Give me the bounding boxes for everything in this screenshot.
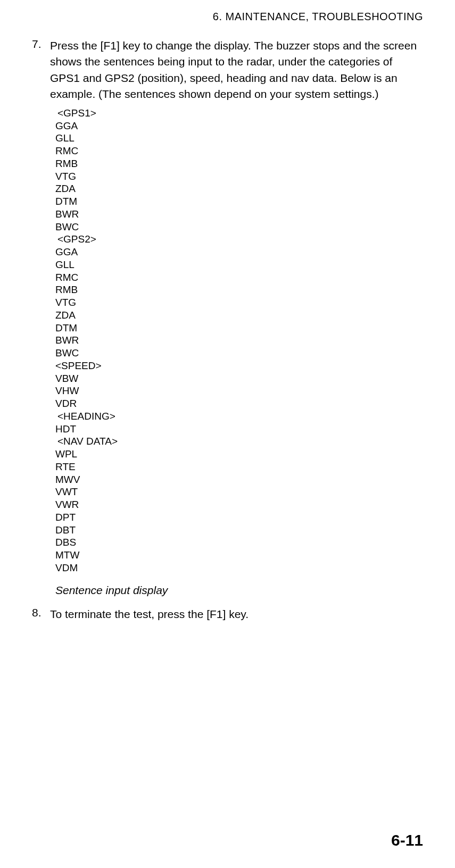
sentence-line: RTE (55, 461, 423, 473)
sentence-line: DPT (55, 511, 423, 524)
sentence-line: DBT (55, 524, 423, 537)
sentence-line: VTG (55, 170, 423, 183)
sentence-line: VDM (55, 562, 423, 574)
step-text: Press the [F1] key to change the display… (50, 38, 423, 103)
sentence-line: DTM (55, 322, 423, 335)
sentence-line: GLL (55, 132, 423, 145)
sentence-display-block: <GPS1> GGA GLL RMC RMB VTG ZDA DTM BWR B… (55, 107, 423, 574)
sentence-line: RMC (55, 271, 423, 284)
step-7: 7. Press the [F1] key to change the disp… (32, 38, 423, 103)
sentence-line: VTG (55, 296, 423, 309)
step-text: To terminate the test, press the [F1] ke… (50, 606, 249, 622)
sentence-line: VHW (55, 385, 423, 397)
heading-header: <HEADING> (55, 410, 423, 423)
sentence-line: RMB (55, 157, 423, 170)
sentence-line: VDR (55, 397, 423, 410)
sentence-line: DBS (55, 536, 423, 549)
sentence-line: MWV (55, 473, 423, 486)
step-number: 8. (32, 606, 50, 622)
sentence-line: GLL (55, 258, 423, 271)
sentence-line: VWT (55, 486, 423, 498)
sentence-line: BWC (55, 221, 423, 233)
speed-header: <SPEED> (55, 360, 423, 372)
sentence-line: BWC (55, 347, 423, 360)
sentence-line: WPL (55, 448, 423, 461)
sentence-line: GGA (55, 246, 423, 258)
sentence-line: ZDA (55, 309, 423, 322)
sentence-line: VBW (55, 372, 423, 385)
sentence-line: MTW (55, 549, 423, 562)
sentence-line: GGA (55, 120, 423, 132)
sentence-line: ZDA (55, 182, 423, 195)
figure-caption: Sentence input display (55, 584, 423, 597)
gps1-header: <GPS1> (55, 107, 423, 120)
sentence-line: BWR (55, 208, 423, 221)
sentence-line: RMC (55, 145, 423, 157)
nav-header: <NAV DATA> (55, 435, 423, 448)
gps2-header: <GPS2> (55, 233, 423, 246)
page-number: 6-11 (391, 831, 423, 849)
sentence-line: HDT (55, 423, 423, 436)
sentence-line: BWR (55, 334, 423, 347)
sentence-line: RMB (55, 283, 423, 296)
step-number: 7. (32, 38, 50, 103)
sentence-line: DTM (55, 195, 423, 208)
step-8: 8. To terminate the test, press the [F1]… (32, 606, 423, 622)
chapter-header: 6. MAINTENANCE, TROUBLESHOOTING (32, 11, 423, 23)
sentence-line: VWR (55, 498, 423, 511)
